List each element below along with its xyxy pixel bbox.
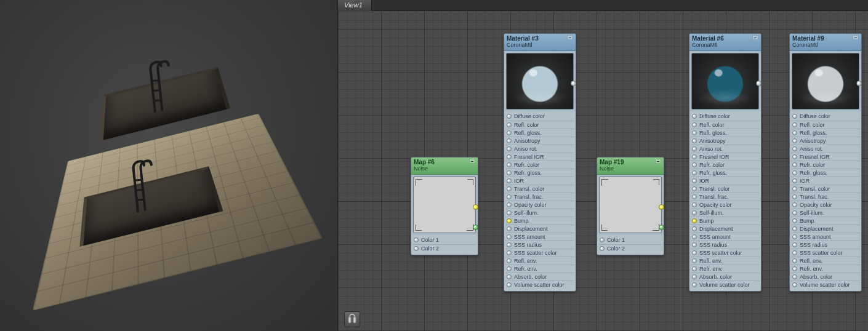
viewport-3d[interactable]	[0, 0, 337, 331]
input-socket[interactable]	[792, 242, 797, 247]
slot-aniso-rot-[interactable]: Aniso rot.	[691, 145, 760, 153]
minimize-icon[interactable]	[752, 35, 758, 40]
slot-sss-scatter-color[interactable]: SSS scatter color	[791, 249, 860, 257]
slot-volume-scatter-color[interactable]: Volume scatter color	[691, 281, 760, 289]
slot-ior[interactable]: IOR	[791, 177, 860, 185]
input-socket[interactable]	[792, 146, 797, 151]
input-socket[interactable]	[792, 250, 797, 255]
slot-ior[interactable]: IOR	[691, 177, 760, 185]
input-socket[interactable]	[507, 210, 512, 215]
slot-refl-gloss-[interactable]: Refl. gloss.	[791, 129, 860, 137]
input-socket[interactable]	[692, 122, 697, 127]
slot-ior[interactable]: IOR	[505, 177, 574, 185]
slot-sss-amount[interactable]: SSS amount	[691, 233, 760, 241]
slot-sss-radius[interactable]: SSS radius	[505, 241, 574, 249]
input-socket[interactable]	[692, 218, 697, 223]
input-socket[interactable]	[792, 194, 797, 199]
slot-absorb-color[interactable]: Absorb. color	[791, 273, 860, 281]
input-socket[interactable]	[507, 218, 512, 223]
input-socket[interactable]	[692, 274, 697, 279]
input-socket[interactable]	[692, 114, 697, 119]
input-socket[interactable]	[792, 202, 797, 207]
minimize-icon[interactable]	[853, 35, 859, 40]
output-socket[interactable]	[856, 81, 862, 86]
slot-absorb-color[interactable]: Absorb. color	[691, 273, 760, 281]
node-map-6[interactable]: Map #6 Noise Color 1Color 2	[411, 157, 478, 255]
input-socket[interactable]	[507, 282, 512, 287]
node-canvas[interactable]: Map #6 Noise Color 1Color 2 Material #3 …	[338, 11, 868, 331]
slot-refl-env-[interactable]: Refl. env.	[691, 257, 760, 265]
slot-displacement[interactable]: Displacement	[691, 225, 760, 233]
slot-color-2[interactable]: Color 2	[412, 244, 476, 252]
node-material-6[interactable]: Material #6 CoronaMtl Diffuse colorRefl.…	[689, 33, 762, 292]
input-socket[interactable]	[692, 202, 697, 207]
input-socket[interactable]	[507, 194, 512, 199]
input-socket[interactable]	[507, 274, 512, 279]
slot-aniso-rot-[interactable]: Aniso rot.	[791, 145, 860, 153]
input-socket[interactable]	[792, 138, 797, 143]
slot-displacement[interactable]: Displacement	[505, 225, 574, 233]
node-material-3[interactable]: Material #3 CoronaMtl Diffuse colorRefl.…	[504, 33, 576, 292]
input-socket[interactable]	[692, 226, 697, 231]
slot-refl-gloss-[interactable]: Refl. gloss.	[505, 129, 574, 137]
input-socket[interactable]	[600, 237, 605, 242]
input-socket[interactable]	[507, 122, 512, 127]
minimize-icon[interactable]	[655, 159, 661, 164]
input-socket[interactable]	[692, 146, 697, 151]
input-socket[interactable]	[507, 162, 512, 167]
slot-fresnel-ior[interactable]: Fresnel IOR	[691, 153, 760, 161]
input-socket[interactable]	[692, 210, 697, 215]
slot-transl-color[interactable]: Transl. color	[791, 185, 860, 193]
slot-transl-color[interactable]: Transl. color	[505, 185, 574, 193]
slot-color-1[interactable]: Color 1	[412, 236, 476, 244]
input-socket[interactable]	[792, 218, 797, 223]
output-socket[interactable]	[659, 225, 664, 230]
input-socket[interactable]	[692, 266, 697, 271]
slot-bump[interactable]: Bump	[691, 217, 760, 225]
input-socket[interactable]	[792, 122, 797, 127]
input-socket[interactable]	[507, 154, 512, 159]
slot-refr-gloss-[interactable]: Refr. gloss.	[691, 169, 760, 177]
slot-opacity-color[interactable]: Opacity color	[691, 201, 760, 209]
slot-anisotropy[interactable]: Anisotropy	[691, 137, 760, 145]
slot-refl-color[interactable]: Refl. color	[691, 121, 760, 129]
slot-diffuse-color[interactable]: Diffuse color	[505, 113, 574, 121]
input-socket[interactable]	[507, 114, 512, 119]
input-socket[interactable]	[507, 266, 512, 271]
slot-refr-gloss-[interactable]: Refr. gloss.	[505, 169, 574, 177]
output-socket[interactable]	[473, 225, 478, 230]
input-socket[interactable]	[792, 210, 797, 215]
input-socket[interactable]	[792, 130, 797, 135]
input-socket[interactable]	[792, 186, 797, 191]
navigator-button[interactable]	[344, 311, 360, 327]
minimize-icon[interactable]	[469, 159, 475, 164]
slot-refl-env-[interactable]: Refl. env.	[505, 257, 574, 265]
slot-refr-color[interactable]: Refr. color	[691, 161, 760, 169]
slot-self-illum-[interactable]: Self-illum.	[691, 209, 760, 217]
slot-refl-color[interactable]: Refl. color	[505, 121, 574, 129]
slot-refr-env-[interactable]: Refr. env.	[791, 265, 860, 273]
minimize-icon[interactable]	[567, 35, 573, 40]
slot-transl-frac-[interactable]: Transl. frac.	[505, 193, 574, 201]
slot-refr-color[interactable]: Refr. color	[791, 161, 860, 169]
input-socket[interactable]	[507, 178, 512, 183]
input-socket[interactable]	[792, 114, 797, 119]
slot-anisotropy[interactable]: Anisotropy	[505, 137, 574, 145]
slot-bump[interactable]: Bump	[505, 217, 574, 225]
input-socket[interactable]	[792, 258, 797, 263]
slot-opacity-color[interactable]: Opacity color	[505, 201, 574, 209]
input-socket[interactable]	[792, 274, 797, 279]
tab-view1[interactable]: View1	[338, 0, 372, 11]
node-header[interactable]: Material #3 CoronaMtl	[504, 34, 576, 51]
output-socket[interactable]	[473, 204, 478, 210]
input-socket[interactable]	[692, 186, 697, 191]
input-socket[interactable]	[414, 237, 419, 242]
slot-fresnel-ior[interactable]: Fresnel IOR	[791, 153, 860, 161]
input-socket[interactable]	[692, 162, 697, 167]
slot-sss-amount[interactable]: SSS amount	[505, 233, 574, 241]
slot-color-2[interactable]: Color 2	[598, 244, 662, 252]
node-header[interactable]: Material #6 CoronaMtl	[689, 34, 761, 51]
slot-transl-color[interactable]: Transl. color	[691, 185, 760, 193]
input-socket[interactable]	[507, 202, 512, 207]
slot-diffuse-color[interactable]: Diffuse color	[691, 113, 760, 121]
